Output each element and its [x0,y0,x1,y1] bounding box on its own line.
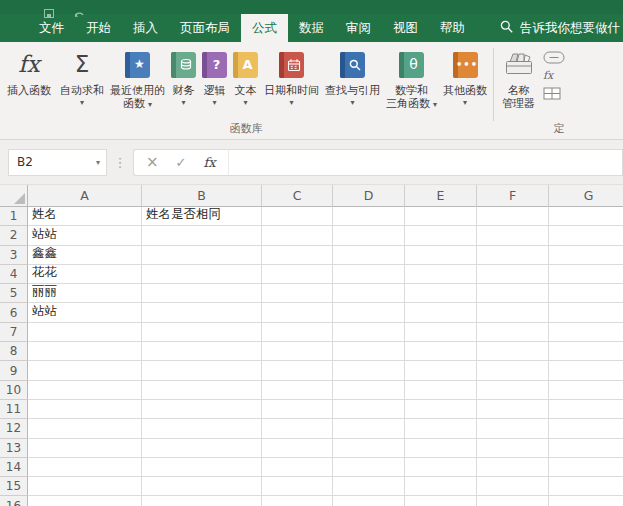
cell-F4[interactable] [477,265,549,284]
cell-A2[interactable]: 站站 [28,226,142,245]
cell-A11[interactable] [28,400,142,419]
cell-D6[interactable] [333,303,405,322]
cell-B3[interactable] [142,246,262,265]
cell-C2[interactable] [262,226,333,245]
ribbon-button-text[interactable]: A文本▾ [230,45,261,107]
cell-A8[interactable] [28,342,142,361]
cell-G5[interactable] [549,284,623,303]
cell-B15[interactable] [142,477,262,496]
cell-A6[interactable]: 站站 [28,303,142,322]
tell-me-search[interactable]: 告诉我你想要做什 [500,14,623,42]
cell-A12[interactable] [28,419,142,438]
cell-G1[interactable] [549,207,623,226]
tab-review[interactable]: 审阅 [335,14,382,42]
cell-F12[interactable] [477,419,549,438]
cell-E2[interactable] [405,226,477,245]
cell-A7[interactable] [28,323,142,342]
cell-G14[interactable] [549,458,623,477]
insert-function-fx-button[interactable]: fx [203,155,215,170]
save-icon[interactable] [44,3,54,22]
row-header-11[interactable]: 11 [0,400,28,419]
tab-data[interactable]: 数据 [288,14,335,42]
cell-F1[interactable] [477,207,549,226]
cell-E4[interactable] [405,265,477,284]
cell-C13[interactable] [262,439,333,458]
cell-E1[interactable] [405,207,477,226]
cell-E8[interactable] [405,342,477,361]
row-header-13[interactable]: 13 [0,439,28,458]
cell-B11[interactable] [142,400,262,419]
cell-G12[interactable] [549,419,623,438]
tab-formulas[interactable]: 公式 [241,14,288,42]
cell-G10[interactable] [549,381,623,400]
column-header-D[interactable]: D [333,185,405,207]
create-from-selection-icon[interactable] [543,87,565,100]
cell-D13[interactable] [333,439,405,458]
cell-C10[interactable] [262,381,333,400]
column-header-B[interactable]: B [142,185,262,207]
cell-E15[interactable] [405,477,477,496]
row-header-8[interactable]: 8 [0,342,28,361]
row-header-4[interactable]: 4 [0,265,28,284]
cell-B16[interactable] [142,496,262,506]
cell-G8[interactable] [549,342,623,361]
cell-B5[interactable] [142,284,262,303]
name-box[interactable]: B2 ▾ [8,149,107,176]
cell-F14[interactable] [477,458,549,477]
ribbon-button-lookup-reference[interactable]: 查找与引用▾ [322,45,383,107]
undo-icon[interactable] [74,3,85,22]
cell-F7[interactable] [477,323,549,342]
cell-B10[interactable] [142,381,262,400]
cell-E9[interactable] [405,361,477,380]
cell-E3[interactable] [405,246,477,265]
ribbon-button-math-trig[interactable]: θ数学和三角函数▾ [383,45,440,111]
cell-E7[interactable] [405,323,477,342]
tab-insert[interactable]: 插入 [122,14,169,42]
cell-C5[interactable] [262,284,333,303]
cell-D12[interactable] [333,419,405,438]
ribbon-button-financial[interactable]: 财务▾ [168,45,199,107]
cell-C4[interactable] [262,265,333,284]
cell-B14[interactable] [142,458,262,477]
cell-G6[interactable] [549,303,623,322]
cell-C11[interactable] [262,400,333,419]
cell-D9[interactable] [333,361,405,380]
cell-B7[interactable] [142,323,262,342]
cell-G7[interactable] [549,323,623,342]
ribbon-button-more-functions[interactable]: •••其他函数▾ [440,45,490,107]
row-header-2[interactable]: 2 [0,226,28,245]
column-header-G[interactable]: G [549,185,623,207]
cell-F8[interactable] [477,342,549,361]
column-header-F[interactable]: F [477,185,549,207]
cell-A16[interactable] [28,496,142,506]
cell-B8[interactable] [142,342,262,361]
cell-E10[interactable] [405,381,477,400]
cell-D5[interactable] [333,284,405,303]
cell-F3[interactable] [477,246,549,265]
ribbon-button-recently-used[interactable]: ★最近使用的函数▾ [107,45,168,111]
cell-G9[interactable] [549,361,623,380]
cell-B6[interactable] [142,303,262,322]
cell-C6[interactable] [262,303,333,322]
column-header-A[interactable]: A [28,185,142,207]
cell-E14[interactable] [405,458,477,477]
tab-view[interactable]: 视图 [382,14,429,42]
select-all-corner[interactable] [0,185,28,207]
name-manager-button[interactable]: 名称 管理器 [499,45,538,110]
cell-B4[interactable] [142,265,262,284]
cell-F6[interactable] [477,303,549,322]
cell-A3[interactable]: 鑫鑫 [28,246,142,265]
enter-button[interactable]: ✓ [176,156,187,169]
row-header-10[interactable]: 10 [0,381,28,400]
formula-bar-drag-handle[interactable]: ⋮ [107,155,133,170]
cell-E13[interactable] [405,439,477,458]
cell-E12[interactable] [405,419,477,438]
cell-F2[interactable] [477,226,549,245]
cell-F5[interactable] [477,284,549,303]
cell-D16[interactable] [333,496,405,506]
cell-G2[interactable] [549,226,623,245]
cell-F13[interactable] [477,439,549,458]
name-box-dropdown-icon[interactable]: ▾ [96,158,106,167]
cell-B12[interactable] [142,419,262,438]
cell-G3[interactable] [549,246,623,265]
